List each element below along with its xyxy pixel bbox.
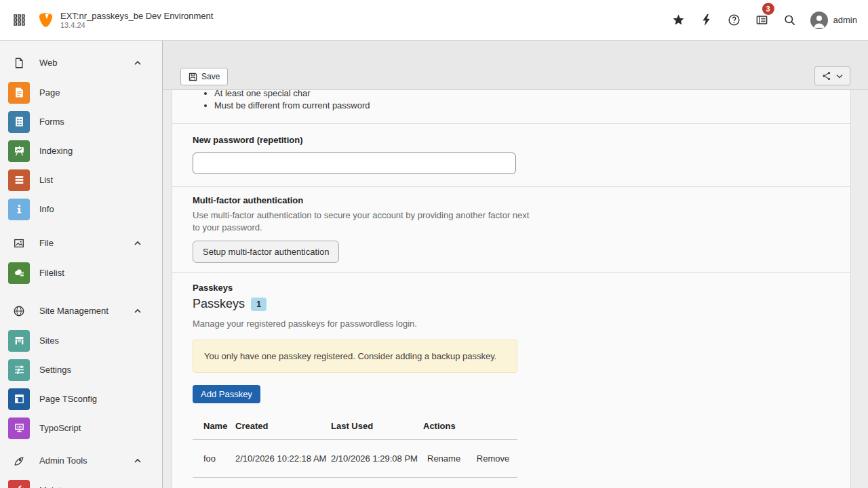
sites-module-icon xyxy=(8,330,30,352)
app-grid-icon xyxy=(14,14,25,26)
passkey-last-used-cell: 2/10/2026 1:29:08 PM xyxy=(331,440,423,478)
sidebar-section-label: Site Management xyxy=(39,306,108,316)
sidebar-item-list[interactable]: List xyxy=(0,165,162,195)
sidebar-section-label: Admin Tools xyxy=(39,455,87,466)
file-section-icon xyxy=(12,237,26,249)
app-grid-button[interactable] xyxy=(0,0,38,41)
password-rule: Must be different from current password xyxy=(214,100,830,112)
new-password-repetition-field[interactable] xyxy=(193,152,516,174)
passkeys-table-header-row: Name Created Last Used Actions xyxy=(193,413,517,440)
sidebar-item-typoscript[interactable]: TypoScript xyxy=(0,413,162,443)
lightning-bolt-icon xyxy=(701,14,711,26)
save-button[interactable]: Save xyxy=(180,68,228,85)
sidebar-item-page[interactable]: Page xyxy=(0,78,162,107)
bookmarks-button[interactable] xyxy=(665,0,692,41)
system-information-button[interactable]: 3 xyxy=(748,0,776,41)
filelist-module-icon xyxy=(8,262,30,284)
sidebar-item-forms[interactable]: Forms xyxy=(0,107,162,136)
chevron-down-icon xyxy=(836,74,843,79)
remove-passkey-button[interactable]: Remove xyxy=(477,453,509,464)
sidebar-item-filelist[interactable]: Filelist xyxy=(0,258,162,287)
passkeys-table: Name Created Last Used Actions foo 2/10/… xyxy=(193,413,517,478)
list-module-icon xyxy=(8,169,30,191)
username-label: admin xyxy=(833,15,857,25)
version-label: 13.4.24 xyxy=(60,21,213,30)
help-icon xyxy=(728,14,741,26)
column-header-actions: Actions xyxy=(423,413,517,440)
password-rules-section: At least one special char Must be differ… xyxy=(172,90,850,123)
passkey-name-cell: foo xyxy=(193,440,235,478)
column-header-last-used: Last Used xyxy=(331,413,423,440)
passkeys-heading: Passkeys xyxy=(193,283,830,293)
add-passkey-button[interactable]: Add Passkey xyxy=(193,385,260,403)
system-information-icon xyxy=(755,14,768,26)
docheader: Save xyxy=(163,41,868,90)
help-button[interactable] xyxy=(720,0,748,41)
user-menu[interactable]: admin xyxy=(804,12,857,29)
passkeys-section: Passkeys Passkeys 1 Manage your register… xyxy=(172,272,850,488)
floppy-disk-icon xyxy=(189,73,197,81)
passkeys-subheading: Passkeys xyxy=(193,297,245,311)
sidebar-item-label: List xyxy=(39,175,53,185)
search-icon xyxy=(783,14,796,26)
page-module-icon xyxy=(8,82,30,104)
web-section-icon xyxy=(12,57,26,69)
globe-icon xyxy=(12,305,26,317)
chevron-up-icon xyxy=(134,241,151,246)
column-header-name: Name xyxy=(193,413,235,440)
sidebar-section-admin-tools[interactable]: Admin Tools xyxy=(0,448,162,473)
passkeys-count-badge: 1 xyxy=(251,298,267,311)
passkey-created-cell: 2/10/2026 10:22:18 AM xyxy=(235,440,331,478)
setup-mfa-button[interactable]: Setup multi-factor authentication xyxy=(193,241,339,263)
password-rule: At least one special char xyxy=(214,90,830,100)
sidebar-item-label: Sites xyxy=(39,336,59,346)
sidebar-item-settings[interactable]: Settings xyxy=(0,355,162,384)
sidebar-item-indexing[interactable]: Indexing xyxy=(0,136,162,165)
page-tsconfig-module-icon xyxy=(8,388,30,410)
forms-module-icon xyxy=(8,111,30,133)
sidebar-item-info[interactable]: Info xyxy=(0,195,162,224)
sidebar-item-page-tsconfig[interactable]: Page TSconfig xyxy=(0,384,162,413)
chevron-up-icon xyxy=(134,458,151,464)
sidebar-item-label: TypoScript xyxy=(39,423,81,433)
notification-badge: 3 xyxy=(762,3,774,15)
sidebar-item-sites[interactable]: Sites xyxy=(0,326,162,355)
settings-module-icon xyxy=(8,359,30,381)
passkeys-warning-alert: You only have one passkey registered. Co… xyxy=(193,340,517,373)
sidebar-item-label: Maintenance xyxy=(39,485,90,488)
password-rules-list: At least one special char Must be differ… xyxy=(193,90,830,112)
sidebar-item-label: Indexing xyxy=(39,146,73,156)
chevron-up-icon xyxy=(134,60,151,66)
brand[interactable]: EXT:nr_passkeys_be Dev Environment 13.4.… xyxy=(38,11,213,30)
typoscript-module-icon xyxy=(8,418,30,439)
sidebar-item-label: Page xyxy=(39,87,60,98)
content-scroll-area[interactable]: At least one special char Must be differ… xyxy=(163,90,868,488)
passkeys-subheading-row: Passkeys 1 xyxy=(193,297,830,311)
rename-passkey-button[interactable]: Rename xyxy=(427,453,460,464)
sidebar-item-label: Forms xyxy=(39,117,64,127)
table-row: foo 2/10/2026 10:22:18 AM 2/10/2026 1:29… xyxy=(193,440,517,478)
sidebar-item-label: Info xyxy=(39,204,54,214)
mfa-section: Multi-factor authentication Use multi-fa… xyxy=(172,186,850,272)
chevron-up-icon xyxy=(134,308,151,314)
share-dropdown-button[interactable] xyxy=(814,66,850,85)
sidebar-section-web[interactable]: Web xyxy=(0,50,162,75)
user-settings-panel: At least one special char Must be differ… xyxy=(172,90,851,488)
sidebar-item-label: Page TSconfig xyxy=(39,394,97,404)
topbar: EXT:nr_passkeys_be Dev Environment 13.4.… xyxy=(0,0,868,41)
passkey-actions-cell: Rename Remove xyxy=(423,440,517,478)
clear-cache-button[interactable] xyxy=(692,0,720,41)
info-module-icon xyxy=(8,199,30,220)
sidebar-section-file[interactable]: File xyxy=(0,230,162,256)
brand-text: EXT:nr_passkeys_be Dev Environment 13.4.… xyxy=(60,11,213,30)
sidebar-item-label: Settings xyxy=(39,365,71,375)
topbar-toolbar: 3 admin xyxy=(665,0,868,41)
sidebar-item-maintenance[interactable]: Maintenance xyxy=(0,476,162,488)
search-button[interactable] xyxy=(776,0,804,41)
sidebar-item-label: Filelist xyxy=(39,268,64,278)
sidebar-section-site-management[interactable]: Site Management xyxy=(0,298,162,323)
rocket-icon xyxy=(12,455,26,467)
maintenance-module-icon xyxy=(8,480,30,488)
indexing-module-icon xyxy=(8,140,30,162)
new-password-repetition-label: New password (repetition) xyxy=(193,135,303,145)
